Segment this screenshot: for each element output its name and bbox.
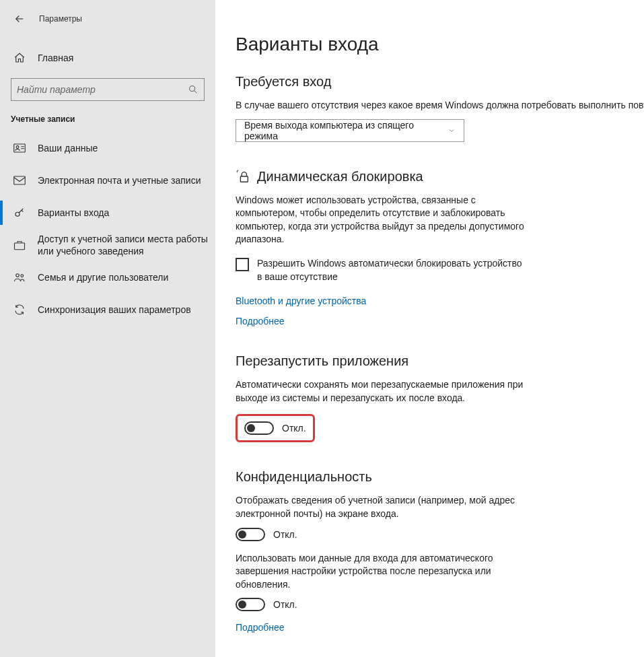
key-icon bbox=[13, 207, 26, 219]
sidebar: Параметры Главная Учетные записи Ваши да… bbox=[0, 0, 215, 657]
signin-timeout-dropdown[interactable]: Время выхода компьютера из спящего режим… bbox=[236, 119, 464, 142]
section-dynamic-lock: Динамическая блокировка Windows может ис… bbox=[236, 169, 644, 327]
learn-more-link-dynlock[interactable]: Подробнее bbox=[236, 316, 644, 326]
privacy-toggle2-row: Откл. bbox=[236, 598, 644, 611]
svg-point-0 bbox=[190, 86, 195, 92]
mail-icon bbox=[13, 176, 26, 185]
heading-restart-apps: Перезапустить приложения bbox=[236, 353, 644, 369]
privacy-toggle1-label: Откл. bbox=[273, 529, 297, 540]
back-button[interactable] bbox=[13, 13, 26, 25]
svg-point-7 bbox=[21, 275, 24, 277]
briefcase-icon bbox=[13, 240, 26, 250]
home-icon bbox=[13, 52, 26, 64]
restart-apps-highlight: Откл. bbox=[236, 414, 315, 442]
heading-dynamic-lock: Динамическая блокировка bbox=[236, 169, 644, 184]
sidebar-item-label: Доступ к учетной записи места работы или… bbox=[38, 233, 215, 257]
nav-home-label: Главная bbox=[38, 53, 73, 63]
svg-point-4 bbox=[15, 212, 20, 216]
learn-more-link-privacy[interactable]: Подробнее bbox=[236, 622, 644, 633]
sidebar-item-family[interactable]: Семья и другие пользователи bbox=[0, 261, 215, 293]
window-title: Параметры bbox=[39, 14, 82, 24]
svg-rect-3 bbox=[14, 176, 26, 184]
sidebar-section-label: Учетные записи bbox=[0, 101, 215, 132]
search-icon bbox=[188, 84, 199, 95]
sidebar-item-sync[interactable]: Синхронизация ваших параметров bbox=[0, 293, 215, 326]
person-card-icon bbox=[13, 143, 26, 153]
main-content: Варианты входа Требуется вход В случае в… bbox=[215, 0, 644, 657]
svg-rect-5 bbox=[15, 243, 25, 250]
sidebar-item-label: Ваши данные bbox=[38, 142, 215, 154]
dynamic-lock-desc: Windows может использовать устройства, с… bbox=[236, 194, 525, 246]
svg-rect-8 bbox=[240, 176, 248, 182]
section-restart-apps: Перезапустить приложения Автоматически с… bbox=[236, 353, 644, 442]
restart-apps-desc: Автоматически сохранять мои перезапускае… bbox=[236, 378, 525, 405]
search-box[interactable] bbox=[11, 78, 205, 101]
dynamic-lock-checkbox-row: Разрешить Windows автоматически блокиров… bbox=[236, 257, 644, 283]
signin-required-desc: В случае вашего отсутствия через какое в… bbox=[236, 99, 644, 112]
svg-point-2 bbox=[16, 146, 19, 149]
sidebar-item-work-access[interactable]: Доступ к учетной записи места работы или… bbox=[0, 229, 215, 261]
privacy-toggle2[interactable] bbox=[236, 598, 265, 611]
sidebar-item-label: Синхронизация ваших параметров bbox=[38, 304, 215, 316]
svg-point-6 bbox=[16, 274, 20, 277]
restart-apps-toggle-label: Откл. bbox=[282, 423, 306, 434]
privacy-toggle2-label: Откл. bbox=[273, 599, 297, 610]
chevron-down-icon bbox=[448, 127, 456, 135]
dynamic-lock-checkbox-label: Разрешить Windows автоматически блокиров… bbox=[257, 257, 526, 283]
section-privacy: Конфиденциальность Отображать сведения о… bbox=[236, 469, 644, 633]
bluetooth-link[interactable]: Bluetooth и другие устройства bbox=[236, 296, 644, 306]
sidebar-item-email[interactable]: Электронная почта и учетные записи bbox=[0, 164, 215, 197]
sidebar-item-label: Варианты входа bbox=[38, 207, 215, 219]
heading-privacy: Конфиденциальность bbox=[236, 469, 644, 485]
svg-rect-1 bbox=[14, 144, 26, 152]
privacy-desc1: Отображать сведения об учетной записи (н… bbox=[236, 494, 518, 520]
heading-signin-required: Требуется вход bbox=[236, 74, 644, 90]
page-title: Варианты входа bbox=[236, 34, 644, 55]
restart-apps-toggle[interactable] bbox=[244, 421, 274, 435]
dropdown-value: Время выхода компьютера из спящего режим… bbox=[244, 120, 448, 141]
heading-dynamic-lock-text: Динамическая блокировка bbox=[257, 169, 423, 184]
search-input[interactable] bbox=[17, 84, 188, 95]
section-signin-required: Требуется вход В случае вашего отсутстви… bbox=[236, 74, 644, 142]
dynamic-lock-checkbox[interactable] bbox=[236, 258, 249, 271]
sync-icon bbox=[13, 304, 26, 316]
sidebar-item-label: Семья и другие пользователи bbox=[38, 271, 215, 283]
sidebar-item-signin-options[interactable]: Варианты входа bbox=[0, 197, 215, 229]
privacy-desc2: Использовать мои данные для входа для ав… bbox=[236, 552, 518, 592]
nav-home[interactable]: Главная bbox=[0, 43, 215, 73]
header-row: Параметры bbox=[0, 5, 215, 32]
sidebar-item-your-info[interactable]: Ваши данные bbox=[0, 132, 215, 164]
sidebar-item-label: Электронная почта и учетные записи bbox=[38, 174, 215, 186]
dynamic-lock-icon bbox=[236, 169, 250, 184]
privacy-toggle1-row: Откл. bbox=[236, 528, 644, 541]
privacy-toggle1[interactable] bbox=[236, 528, 265, 541]
people-icon bbox=[13, 272, 26, 283]
